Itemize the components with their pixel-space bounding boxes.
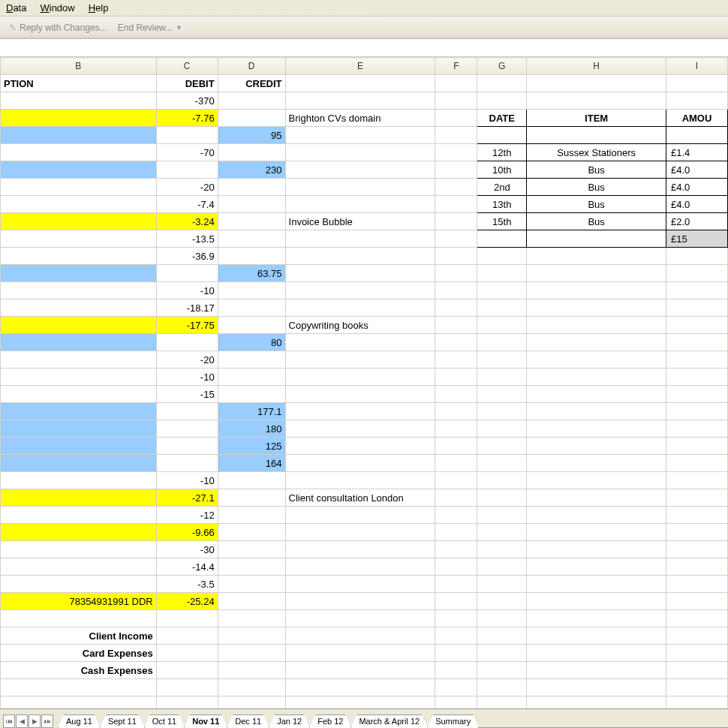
- cell-note-24[interactable]: [285, 507, 435, 524]
- cell-note-18[interactable]: [285, 403, 435, 420]
- cell-g-17[interactable]: [477, 386, 527, 403]
- cell[interactable]: [527, 75, 666, 92]
- cell-b-1[interactable]: [1, 110, 157, 127]
- cell-credit-0[interactable]: [218, 92, 285, 110]
- cell-debit-31[interactable]: [156, 627, 218, 645]
- cell-g-22[interactable]: [477, 472, 527, 489]
- cell-f-17[interactable]: [435, 386, 477, 403]
- side-cell-0-7[interactable]: 15th: [477, 213, 527, 230]
- sheet-tab-sept-11[interactable]: Sept 11: [100, 714, 145, 728]
- cell[interactable]: [477, 75, 527, 92]
- col-header-D[interactable]: D: [218, 58, 285, 75]
- cell-debit-33[interactable]: [156, 662, 218, 679]
- cell-i-15[interactable]: [666, 351, 728, 369]
- sheet-tab-nov-11[interactable]: Nov 11: [184, 714, 227, 728]
- cell-i-30[interactable]: [666, 610, 728, 627]
- cell-g-24[interactable]: [477, 507, 527, 524]
- cell-b-28[interactable]: [1, 576, 157, 593]
- cell-f-23[interactable]: [435, 489, 477, 507]
- cell-i-13[interactable]: [666, 317, 728, 334]
- cell-credit-8[interactable]: [218, 230, 285, 248]
- cell-note-21[interactable]: [285, 455, 435, 472]
- cell-b-31[interactable]: Client Income: [1, 627, 157, 645]
- blank-0-4[interactable]: [435, 679, 477, 696]
- side-cell-2-5[interactable]: £4.0: [666, 179, 728, 196]
- cell-debit-20[interactable]: [156, 438, 218, 455]
- cell-h-14[interactable]: [527, 334, 666, 351]
- cell-b-19[interactable]: [1, 420, 157, 438]
- col-header-E[interactable]: E: [285, 58, 435, 75]
- cell-credit-9[interactable]: [218, 248, 285, 265]
- side-cell-2-2[interactable]: [666, 127, 728, 144]
- cell-note-20[interactable]: [285, 438, 435, 455]
- cell-h-24[interactable]: [527, 507, 666, 524]
- cell-i-14[interactable]: [666, 334, 728, 351]
- side-cell-2-8[interactable]: £15: [666, 230, 728, 248]
- cell-b-23[interactable]: [1, 489, 157, 507]
- cell-b-33[interactable]: Cash Expenses: [1, 662, 157, 679]
- cell-debit-15[interactable]: -20: [156, 351, 218, 369]
- side-cell-0-2[interactable]: [477, 127, 527, 144]
- cell-g-18[interactable]: [477, 403, 527, 420]
- cell-credit-33[interactable]: [218, 662, 285, 679]
- cell-g-26[interactable]: [477, 541, 527, 558]
- cell-note-17[interactable]: [285, 386, 435, 403]
- cell-credit-6[interactable]: [218, 196, 285, 213]
- cell-b-18[interactable]: [1, 403, 157, 420]
- reply-with-changes-button[interactable]: ✎ Reply with Changes...: [9, 23, 107, 33]
- cell-b-10[interactable]: [1, 265, 157, 282]
- cell-i-19[interactable]: [666, 420, 728, 438]
- cell-note-19[interactable]: [285, 420, 435, 438]
- tab-prev-button[interactable]: ◀: [16, 714, 28, 728]
- cell-note-1[interactable]: Brighton CVs domain: [285, 110, 435, 127]
- cell-note-15[interactable]: [285, 351, 435, 369]
- sheet-tab-oct-11[interactable]: Oct 11: [144, 714, 185, 728]
- cell[interactable]: [285, 75, 435, 92]
- side-header-0-1[interactable]: DATE: [477, 110, 527, 127]
- cell-f-0[interactable]: [435, 92, 477, 110]
- cell-debit-26[interactable]: -30: [156, 541, 218, 558]
- cell-credit-24[interactable]: [218, 507, 285, 524]
- cell-f-6[interactable]: [435, 196, 477, 213]
- cell-h-10[interactable]: [527, 265, 666, 282]
- side-cell-1-7[interactable]: Bus: [527, 213, 666, 230]
- cell-f-8[interactable]: [435, 230, 477, 248]
- cell-note-12[interactable]: [285, 299, 435, 317]
- blank-0-7[interactable]: [666, 679, 728, 696]
- cell-i-18[interactable]: [666, 403, 728, 420]
- cell-credit-16[interactable]: [218, 369, 285, 386]
- sheet-tab-jan-12[interactable]: Jan 12: [269, 714, 310, 728]
- cell-i-24[interactable]: [666, 507, 728, 524]
- cell-debit-9[interactable]: -36.9: [156, 248, 218, 265]
- cell-note-8[interactable]: [285, 230, 435, 248]
- cell-debit-28[interactable]: -3.5: [156, 576, 218, 593]
- cell-b-16[interactable]: [1, 369, 157, 386]
- sheet-tab-march-&-april-12[interactable]: March & April 12: [350, 714, 428, 728]
- cell-credit-11[interactable]: [218, 282, 285, 299]
- cell-credit-26[interactable]: [218, 541, 285, 558]
- cell-i-11[interactable]: [666, 282, 728, 299]
- cell-credit-4[interactable]: 230: [218, 161, 285, 179]
- cell-i-23[interactable]: [666, 489, 728, 507]
- cell-g-0[interactable]: [477, 92, 527, 110]
- cell-g-20[interactable]: [477, 438, 527, 455]
- cell-g-23[interactable]: [477, 489, 527, 507]
- cell-f-2[interactable]: [435, 127, 477, 144]
- cell-credit-30[interactable]: [218, 610, 285, 627]
- cell-debit-1[interactable]: -7.76: [156, 110, 218, 127]
- cell-credit-29[interactable]: [218, 593, 285, 610]
- blank-0-3[interactable]: [285, 679, 435, 696]
- cell-debit-16[interactable]: -10: [156, 369, 218, 386]
- cell-g-29[interactable]: [477, 593, 527, 610]
- cell[interactable]: [666, 75, 728, 92]
- cell-i-26[interactable]: [666, 541, 728, 558]
- cell-h-30[interactable]: [527, 610, 666, 627]
- cell-h-32[interactable]: [527, 645, 666, 662]
- cell-b-26[interactable]: [1, 541, 157, 558]
- cell-note-16[interactable]: [285, 369, 435, 386]
- cell-credit-19[interactable]: 180: [218, 420, 285, 438]
- cell-credit-14[interactable]: 80: [218, 334, 285, 351]
- side-cell-1-8[interactable]: [527, 230, 666, 248]
- cell-g-25[interactable]: [477, 524, 527, 541]
- cell-b-11[interactable]: [1, 282, 157, 299]
